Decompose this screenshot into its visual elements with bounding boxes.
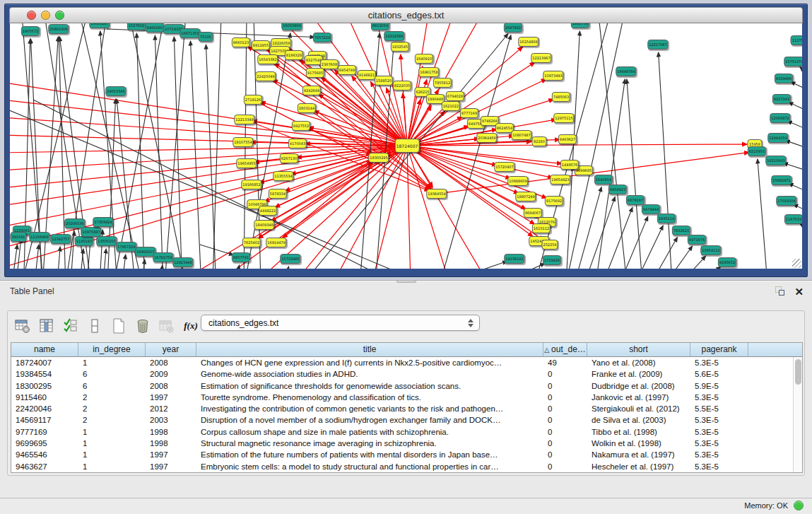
graph-node-yellow[interactable]: 6794028 xyxy=(446,91,464,101)
graph-node-teal[interactable]: 8215955 xyxy=(748,146,766,156)
graph-node-yellow[interactable]: 19654923 xyxy=(550,175,570,185)
graph-node-teal[interactable]: 12342757 xyxy=(50,234,71,244)
graph-node-teal[interactable]: 8466160 xyxy=(146,23,164,33)
graph-node-yellow[interactable]: 5878334 xyxy=(269,189,287,199)
graph-node-yellow[interactable]: 19384554 xyxy=(426,189,447,199)
graph-node-teal[interactable]: 9857791 xyxy=(232,252,250,262)
graph-node-teal[interactable]: 75135 xyxy=(199,32,213,42)
vertical-scrollbar[interactable] xyxy=(793,357,802,472)
graph-node-yellow[interactable]: 8222035 xyxy=(393,81,411,90)
function-builder-fx-icon[interactable]: f(x) xyxy=(182,317,200,335)
graph-node-teal[interactable]: 391591 xyxy=(10,232,26,242)
graph-node-yellow[interactable]: 9146821 xyxy=(358,70,376,80)
graph-node-teal[interactable]: 8958923 xyxy=(608,185,627,194)
close-window-button[interactable] xyxy=(27,11,36,20)
graph-node-yellow[interactable]: 9463627 xyxy=(558,134,577,144)
window-titlebar[interactable]: citations_edges.txt xyxy=(9,7,803,23)
table-row[interactable]: 2242004622012Investigating the contribut… xyxy=(11,403,793,414)
table-row[interactable]: 946362711997Embryonic stem cells: a mode… xyxy=(11,461,793,472)
graph-node-teal[interactable]: 16671355 xyxy=(180,28,200,38)
graph-node-yellow[interactable]: 1449576 xyxy=(560,160,579,170)
graph-node-teal[interactable]: 19218586 xyxy=(384,31,404,41)
graph-node-yellow[interactable]: 8186328 xyxy=(285,50,303,60)
graph-node-yellow[interactable]: 4498222 xyxy=(259,206,277,216)
graph-node-teal[interactable]: 10975887 xyxy=(81,227,101,237)
graph-node-yellow[interactable]: 12975115 xyxy=(553,113,574,123)
graph-node-yellow[interactable]: 1832545 xyxy=(391,42,409,52)
graph-node-yellow[interactable]: 1615112 xyxy=(532,223,551,233)
graph-node-yellow[interactable]: 18107554 xyxy=(233,137,253,147)
graph-node-teal[interactable]: 9227343 xyxy=(772,94,791,104)
graph-node-yellow[interactable]: 252254 xyxy=(541,240,558,250)
traffic-lights[interactable] xyxy=(27,11,64,20)
float-panel-icon[interactable] xyxy=(775,286,786,297)
splitter-handle[interactable] xyxy=(396,280,416,283)
graph-node-yellow[interactable]: 9684067 xyxy=(524,208,542,218)
scrollbar-thumb[interactable] xyxy=(795,359,801,385)
graph-node-teal[interactable]: 1167533 xyxy=(784,214,802,224)
graph-node-teal[interactable]: 16210643 xyxy=(765,156,786,165)
close-panel-icon[interactable]: ✕ xyxy=(794,286,804,297)
graph-node-teal[interactable]: 7832621 xyxy=(672,226,690,235)
zoom-window-button[interactable] xyxy=(55,11,64,20)
graph-node-teal[interactable]: 17016504 xyxy=(776,196,796,206)
graph-node-yellow[interactable]: 9175692 xyxy=(545,196,563,206)
graph-node-teal[interactable]: 6879197 xyxy=(626,195,645,205)
column-header-title[interactable]: title xyxy=(196,343,543,356)
graph-node-teal[interactable]: 11175 xyxy=(791,35,803,45)
table-settings-icon[interactable] xyxy=(13,317,32,335)
column-header-year[interactable]: year xyxy=(146,343,196,356)
graph-node-hub[interactable]: 18724007 xyxy=(395,139,420,153)
table-row[interactable]: 946554611997Estimation of the future num… xyxy=(11,449,793,460)
graph-node-teal[interactable]: 2935114 xyxy=(657,214,676,223)
graph-node-yellow[interactable]: 18409348 xyxy=(254,220,274,230)
graph-node-teal[interactable]: 8471676 xyxy=(688,235,706,245)
graph-node-yellow[interactable]: 1640910 xyxy=(415,54,433,64)
graph-node-teal[interactable]: 2687682 xyxy=(504,23,522,33)
graph-node-yellow[interactable]: 7625402 xyxy=(242,238,261,247)
graph-node-teal[interactable]: 15692971 xyxy=(771,175,792,185)
table-row[interactable]: 1938455462009Genome-wide association stu… xyxy=(11,368,793,380)
resize-grip-icon[interactable] xyxy=(792,259,801,268)
graph-node-yellow[interactable]: 10688609 xyxy=(507,176,528,186)
graph-node-yellow[interactable]: 11355534 xyxy=(273,171,293,181)
graph-node-yellow[interactable]: 2803144 xyxy=(298,103,316,113)
column-header-pagerank[interactable]: pagerank xyxy=(690,343,748,356)
graph-node-yellow[interactable]: 9175685 xyxy=(306,68,324,78)
graph-node-yellow[interactable]: 1588520 xyxy=(375,76,393,86)
graph-node-teal[interactable]: 9474444 xyxy=(642,204,660,214)
graph-node-yellow[interactable]: 7485063 xyxy=(552,92,570,102)
graph-node-teal[interactable]: 29053346 xyxy=(105,86,126,96)
graph-node-yellow[interactable]: 82160 xyxy=(532,136,547,146)
graph-node-yellow[interactable]: 8267130 xyxy=(280,153,298,163)
graph-node-yellow[interactable]: 16961758 xyxy=(418,67,439,77)
graph-node-yellow[interactable]: 2718126 xyxy=(244,95,262,105)
graph-node-yellow[interactable]: 8912955 xyxy=(252,40,270,50)
column-header-short[interactable]: short xyxy=(587,343,690,356)
graph-node-yellow[interactable]: 10973493 xyxy=(543,71,563,81)
graph-node-teal[interactable]: 2405572 xyxy=(21,26,40,36)
graph-node-yellow[interactable]: 12213967 xyxy=(531,53,551,63)
graph-node-yellow[interactable]: 16543382 xyxy=(257,54,278,64)
graph-node-teal[interactable]: 1733426 xyxy=(543,255,561,265)
graph-node-teal[interactable]: 15751074 xyxy=(784,57,802,66)
graph-node-yellow[interactable]: 10807487 xyxy=(511,130,531,140)
graph-node-teal[interactable]: 9329966 xyxy=(775,74,793,83)
graph-node-teal[interactable]: 1527602 xyxy=(127,23,146,30)
graph-node-yellow[interactable]: 18300295 xyxy=(368,153,389,163)
graph-node-yellow[interactable]: 18807249 xyxy=(515,192,536,201)
graph-node-teal[interactable]: 17359924 xyxy=(93,217,113,227)
table-row[interactable]: 977716911998Corpus callosum shape and si… xyxy=(11,426,793,438)
table-row[interactable]: 1872400712008Changes of HCN gene express… xyxy=(11,357,793,368)
graph-node-teal[interactable]: 17957229 xyxy=(116,242,136,252)
graph-node-yellow[interactable]: 9242848 xyxy=(302,86,321,95)
graph-node-teal[interactable]: 10654112 xyxy=(700,245,721,255)
graph-node-teal[interactable]: 1843704 xyxy=(571,23,589,28)
graph-node-teal[interactable]: 1145193 xyxy=(75,236,93,246)
network-canvas[interactable]: 1872400786601238912955182260581827505816… xyxy=(10,23,802,269)
minimize-window-button[interactable] xyxy=(41,11,50,20)
graph-node-yellow[interactable]: 16154808 xyxy=(518,37,539,47)
graph-node-teal[interactable]: 12444159 xyxy=(767,133,788,143)
selection-mode-icon[interactable] xyxy=(61,317,80,335)
table-row[interactable]: 1456911722003Disruption of a novel membe… xyxy=(11,414,793,426)
